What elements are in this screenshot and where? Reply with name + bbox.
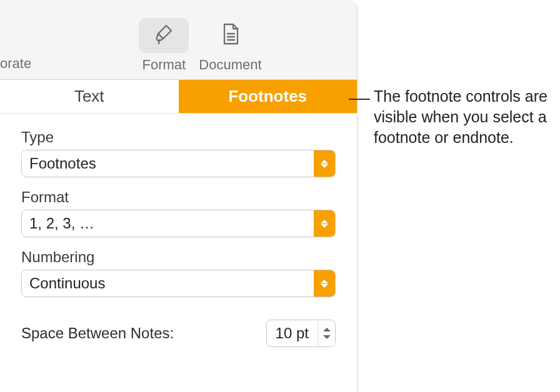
chevron-up-icon [323,328,331,331]
chevron-down-icon [321,284,328,288]
document-icon [221,22,241,49]
format-select-value: 1, 2, 3, … [22,210,314,237]
chevron-down-icon [323,335,331,339]
chevron-up-icon [321,280,328,283]
format-select[interactable]: 1, 2, 3, … [21,210,336,237]
toolbar-icon-wrap-document [206,18,256,53]
tab-footnotes-label: Footnotes [228,87,307,106]
numbering-select-value: Continuous [22,270,314,296]
numbering-label: Numbering [21,248,336,266]
toolbar-left-partial: orate [0,56,44,73]
toolbar-label-partial: orate [0,56,44,73]
toolbar-btn-document[interactable]: Document [199,18,261,73]
chevron-down-icon [321,224,328,228]
space-label: Space Between Notes: [21,325,174,342]
tab-footnotes[interactable]: Footnotes [179,80,358,113]
callout-line [349,99,370,100]
space-stepper[interactable]: 10 pt [266,320,336,347]
format-label: Format [21,189,336,206]
group-type: Type Footnotes [21,129,336,177]
toolbar-right: Format Document [44,18,357,73]
numbering-select[interactable]: Continuous [21,270,336,297]
chevron-up-icon [321,160,328,164]
select-arrows-icon [314,270,335,296]
footnote-controls: Type Footnotes Format 1, 2, 3, … Numberi… [0,114,357,362]
type-label: Type [21,129,336,146]
inspector-tabs: Text Footnotes [0,80,357,114]
select-arrows-icon [314,150,335,177]
inspector-panel: orate Format [0,0,358,392]
toolbar-label-document: Document [199,57,261,73]
toolbar-label-format: Format [142,57,186,73]
type-select-value: Footnotes [22,150,314,177]
chevron-up-icon [321,220,328,223]
group-space: Space Between Notes: 10 pt [21,320,336,347]
select-arrows-icon [314,210,335,237]
toolbar-btn-format[interactable]: Format [139,18,189,73]
stepper-arrows-icon [318,320,335,346]
tab-text-label: Text [74,87,104,106]
toolbar: orate Format [0,0,357,80]
paintbrush-icon [152,23,175,48]
callout-text: The footnote controls are visible when y… [374,86,555,148]
group-format: Format 1, 2, 3, … [21,189,336,237]
space-value: 10 pt [267,325,318,342]
type-select[interactable]: Footnotes [21,150,336,177]
chevron-down-icon [321,164,328,168]
tab-text[interactable]: Text [0,80,179,113]
group-numbering: Numbering Continuous [21,248,336,297]
toolbar-icon-wrap-format [139,18,189,53]
